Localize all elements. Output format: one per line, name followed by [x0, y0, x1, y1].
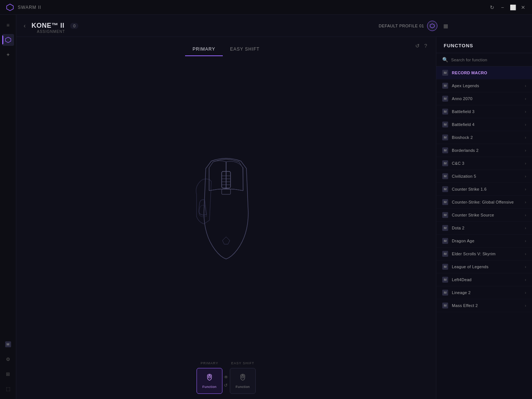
sidebar-icon-macro[interactable]: M [2, 338, 14, 350]
sidebar-icon-device[interactable] [2, 34, 14, 46]
functions-panel: FUNCTONS 🔍 MRECORD MACROMApex Legends›MA… [436, 37, 532, 399]
cycle-icon[interactable]: ↺ [224, 383, 228, 388]
sidebar-icon-star[interactable]: ✦ [2, 49, 14, 61]
eye-icon[interactable]: 👁 [224, 375, 228, 380]
fn-name: RECORD MACRO [452, 71, 526, 75]
fn-expand-icon: › [525, 304, 526, 308]
fn-expand-icon: › [525, 291, 526, 295]
function-item[interactable]: MLeft4Dead› [436, 273, 532, 286]
left-btn-label: Function [202, 385, 217, 389]
app-name: SWARM II [18, 5, 489, 10]
fn-badge: M [442, 96, 448, 102]
sidebar-icon-info[interactable]: ⬚ [2, 383, 14, 395]
page-badge: 0 [70, 23, 78, 29]
fn-name: Elder Scrolls V: Skyrim [452, 252, 521, 256]
window-controls: ↻ − ⬜ ✕ [489, 4, 526, 10]
fn-name: Bioshock 2 [452, 135, 521, 140]
fn-expand-icon: › [525, 136, 526, 140]
fn-badge: M [442, 277, 448, 283]
profile-grid-button[interactable]: ▦ [440, 21, 451, 31]
fn-name: Left4Dead [452, 277, 521, 282]
function-item[interactable]: MRECORD MACRO [436, 66, 532, 79]
function-item[interactable]: MBioshock 2› [436, 131, 532, 144]
fn-badge: M [442, 160, 448, 166]
function-item[interactable]: MApex Legends› [436, 79, 532, 92]
fn-expand-icon: › [525, 226, 526, 230]
fn-name: Mass Effect 2 [452, 303, 521, 308]
function-item[interactable]: MBattlefield 3› [436, 105, 532, 118]
left-click-button[interactable]: Function [197, 368, 222, 394]
fn-name: Counter Strike 1.6 [452, 187, 521, 191]
fn-expand-icon: › [525, 187, 526, 191]
sidebar-icon-menu[interactable]: ≡ [2, 19, 14, 31]
function-item[interactable]: MCounter-Strike: Global Offensive› [436, 196, 532, 209]
content-area: PRIMARY EASY SHIFT ↺ ? [16, 37, 532, 399]
fn-expand-icon: › [525, 97, 526, 101]
help-button[interactable]: ? [424, 43, 427, 49]
fn-expand-icon: › [525, 174, 526, 178]
fn-expand-icon: › [525, 110, 526, 114]
minimize-btn[interactable]: − [499, 4, 505, 10]
fn-expand-icon: › [525, 213, 526, 217]
fn-expand-icon: › [525, 239, 526, 243]
restore-btn[interactable]: ⬜ [510, 4, 516, 10]
fn-name: Counter Strike Source [452, 213, 521, 217]
fn-badge: M [442, 225, 448, 231]
fn-expand-icon: › [525, 161, 526, 166]
fn-badge: M [442, 303, 448, 308]
profile-icon-button[interactable] [427, 21, 437, 31]
functions-search-bar: 🔍 [436, 53, 532, 66]
function-item[interactable]: MBorderlands 2› [436, 144, 532, 157]
fn-name: Battlefield 3 [452, 109, 521, 114]
fn-name: Anno 2070 [452, 96, 521, 101]
function-item[interactable]: MDota 2› [436, 222, 532, 235]
function-item[interactable]: MElder Scrolls V: Skyrim› [436, 248, 532, 260]
fn-name: League of Legends [452, 265, 521, 269]
function-item[interactable]: MCivilization 5› [436, 170, 532, 183]
active-indicator [2, 35, 3, 44]
sidebar-icon-settings[interactable]: ⚙ [2, 353, 14, 365]
function-item[interactable]: MCounter Strike Source› [436, 209, 532, 222]
function-item[interactable]: MCounter Strike 1.6› [436, 183, 532, 196]
page-title: KONE™ II [31, 22, 64, 30]
search-icon: 🔍 [442, 57, 448, 62]
tab-primary[interactable]: PRIMARY [185, 43, 222, 56]
sidebar-icon-grid[interactable]: ⊞ [2, 368, 14, 380]
fn-expand-icon: › [525, 84, 526, 88]
title-bar: SWARM II ↻ − ⬜ ✕ [0, 0, 532, 15]
fn-badge: M [442, 199, 448, 205]
tab-bar: PRIMARY EASY SHIFT ↺ ? [16, 37, 436, 56]
tab-controls: ↺ ? [415, 43, 427, 49]
search-input[interactable] [451, 58, 526, 62]
fn-name: Borderlands 2 [452, 148, 521, 153]
page-header: ‹ KONE™ II 0 ASSIGNMENT DEFAULT PROFILE … [16, 15, 532, 37]
svg-rect-8 [222, 189, 231, 194]
app-logo [6, 3, 14, 11]
fn-name: Dota 2 [452, 226, 521, 230]
fn-badge: M [442, 109, 448, 115]
svg-marker-0 [7, 4, 13, 11]
tab-easy-shift[interactable]: EASY SHIFT [223, 43, 267, 56]
right-click-button[interactable]: Function [230, 368, 256, 394]
function-item[interactable]: MLeague of Legends› [436, 260, 532, 273]
function-item[interactable]: MDragon Age› [436, 235, 532, 248]
mouse-illustration [16, 56, 436, 362]
fn-badge: M [442, 290, 448, 296]
function-item[interactable]: MLineage 2› [436, 286, 532, 299]
mouse-view: PRIMARY EASY SHIFT ↺ ? [16, 37, 436, 399]
svg-marker-1 [5, 37, 11, 43]
function-item[interactable]: MC&C 3› [436, 157, 532, 170]
fn-badge: M [442, 70, 448, 76]
close-btn[interactable]: ✕ [520, 4, 526, 10]
functions-title: FUNCTONS [436, 37, 532, 53]
undo-button[interactable]: ↺ [415, 43, 420, 49]
fn-name: C&C 3 [452, 161, 521, 166]
fn-name: Civilization 5 [452, 174, 521, 178]
function-item[interactable]: MBattlefield 4› [436, 118, 532, 131]
fn-name: Dragon Age [452, 239, 521, 243]
fn-expand-icon: › [525, 149, 526, 153]
refresh-btn[interactable]: ↻ [489, 4, 495, 10]
function-item[interactable]: MAnno 2070› [436, 92, 532, 105]
function-item[interactable]: MMass Effect 2› [436, 299, 532, 312]
back-button[interactable]: ‹ [24, 23, 25, 29]
